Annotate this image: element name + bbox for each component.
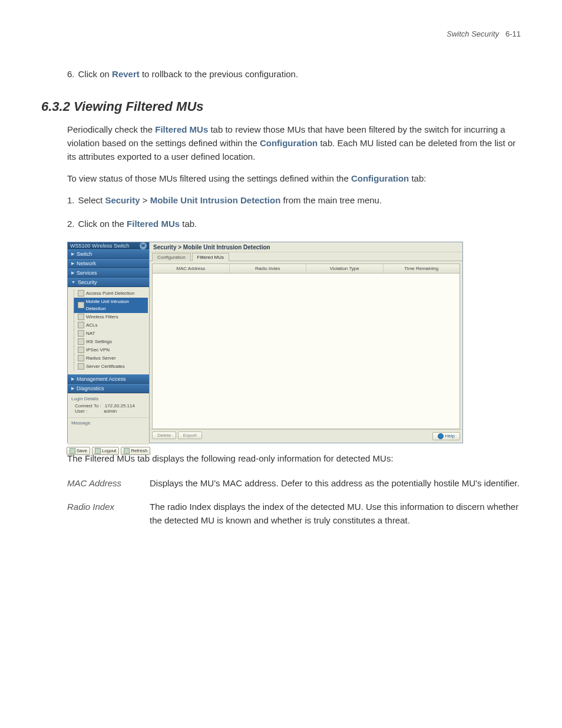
revert-term: Revert <box>112 69 140 79</box>
tree-wireless-filters[interactable]: Wireless Filters <box>74 313 148 321</box>
step-6: 6.Click on Revert to rollback to the pre… <box>67 68 521 81</box>
chevron-right-icon: ▶ <box>71 271 74 275</box>
delete-button[interactable]: Delete <box>152 431 176 439</box>
table-header: MAC Address Radio Index Violation Type T… <box>153 264 459 274</box>
page: Switch Security 6-11 6.Click on Revert t… <box>0 0 562 567</box>
tab-filtered-mus[interactable]: Filtered MUs <box>192 253 229 261</box>
security-tree: Access Point Detection Mobile Unit Intru… <box>68 287 149 374</box>
tree-ipsec-vpn[interactable]: IPSec VPN <box>74 346 148 354</box>
table: MAC Address Radio Index Violation Type T… <box>152 263 460 429</box>
main-panel: Security > Mobile Unit Intrusion Detecti… <box>150 242 462 443</box>
app-screenshot: WS5100 Wireless Switch M ▶Switch ▶Networ… <box>41 242 521 443</box>
footer-bar: Delete Export Help <box>150 429 462 443</box>
sidebar-item-network[interactable]: ▶Network <box>68 259 149 268</box>
tree-nat[interactable]: NAT <box>74 330 148 338</box>
step-2: 2.Click on the Filtered MUs tab. <box>67 218 521 231</box>
brand-bar: WS5100 Wireless Switch M <box>68 242 149 249</box>
chevron-right-icon: ▶ <box>71 252 74 256</box>
app-window: WS5100 Wireless Switch M ▶Switch ▶Networ… <box>67 242 463 443</box>
step-1: 1.Select Security > Mobile Unit Intrusio… <box>67 194 521 207</box>
tree-server-certificates[interactable]: Server Certificates <box>74 363 148 371</box>
brand-label: WS5100 Wireless Switch <box>70 243 130 249</box>
header-pagenum: 6-11 <box>505 29 521 38</box>
node-icon <box>78 322 84 328</box>
tab-configuration[interactable]: Configuration <box>152 253 191 261</box>
col-radio-index[interactable]: Radio Index <box>230 264 307 273</box>
tree-access-point-detection[interactable]: Access Point Detection <box>74 289 148 298</box>
sidebar-item-switch[interactable]: ▶Switch <box>68 249 149 259</box>
export-button[interactable]: Export <box>178 431 202 439</box>
col-time-remaining[interactable]: Time Remaining <box>384 264 460 273</box>
paragraph-lead: To view status of those MUs filtered usi… <box>67 172 521 185</box>
help-icon <box>438 433 444 439</box>
tree-radius-server[interactable]: Radius Server <box>74 354 148 363</box>
tree-acls[interactable]: ACLs <box>74 321 148 330</box>
node-icon <box>78 302 84 308</box>
node-icon <box>78 338 84 345</box>
col-mac-address[interactable]: MAC Address <box>153 264 230 273</box>
definition-table: MAC Address Displays the MU's MAC addres… <box>67 477 521 528</box>
node-icon <box>78 290 84 297</box>
section-heading: 6.3.2 Viewing Filtered MUs <box>41 99 521 114</box>
sidebar-item-management-access[interactable]: ▶Management Access <box>68 374 149 384</box>
tree-mobile-unit-intrusion-detection[interactable]: Mobile Unit Intrusion Detection <box>74 298 148 313</box>
brand-logo-icon: M <box>140 242 147 249</box>
node-icon <box>78 347 84 353</box>
chevron-right-icon: ▶ <box>71 386 74 391</box>
breadcrumb: Security > Mobile Unit Intrusion Detecti… <box>150 242 462 252</box>
help-button[interactable]: Help <box>432 432 460 440</box>
def-radio-index: Radio Index The radio Index displays the… <box>67 500 521 527</box>
node-icon <box>78 355 84 361</box>
message-box: Message <box>68 417 149 444</box>
chevron-right-icon: ▶ <box>71 377 74 381</box>
page-header: Switch Security 6-11 <box>41 29 521 38</box>
sidebar-item-services[interactable]: ▶Services <box>68 268 149 278</box>
tree-ike-settings[interactable]: IKE Settings <box>74 338 148 346</box>
def-mac-address: MAC Address Displays the MU's MAC addres… <box>67 477 521 490</box>
header-title: Switch Security <box>447 29 499 38</box>
node-icon <box>78 363 84 370</box>
tabs: Configuration Filtered MUs <box>150 252 462 261</box>
paragraph-intro: Periodically check the Filtered MUs tab … <box>67 123 521 164</box>
table-body <box>153 274 459 429</box>
login-details: Login Details Connect To :172.20.25.114 … <box>68 393 149 417</box>
caption: The Filtered MUs tab displays the follow… <box>67 452 521 465</box>
node-icon <box>78 330 84 337</box>
chevron-right-icon: ▶ <box>71 261 74 266</box>
col-violation-type[interactable]: Violation Type <box>306 264 384 273</box>
chevron-down-icon: ▼ <box>71 280 75 284</box>
sidebar: WS5100 Wireless Switch M ▶Switch ▶Networ… <box>68 242 150 443</box>
sidebar-item-diagnostics[interactable]: ▶Diagnostics <box>68 384 149 393</box>
sidebar-item-security[interactable]: ▼Security <box>68 278 149 287</box>
node-icon <box>78 314 84 320</box>
